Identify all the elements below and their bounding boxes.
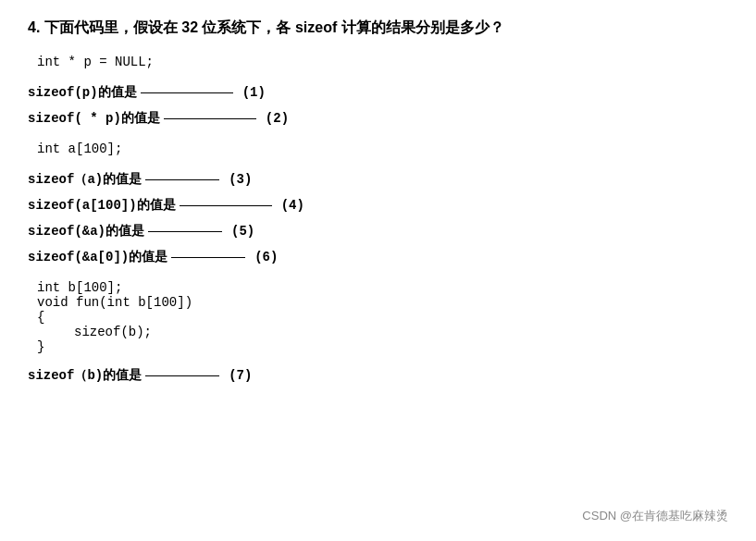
- q3-text: sizeof（a)的值是: [28, 171, 142, 188]
- question-title: 4. 下面代码里，假设在 32 位系统下，各 sizeof 计算的结果分别是多少…: [28, 18, 728, 38]
- q7-text: sizeof（b)的值是: [28, 367, 142, 384]
- code-line-b3: {: [37, 310, 728, 325]
- q2-text: sizeof( * p)的值是: [28, 110, 160, 127]
- q7-num: (7): [229, 368, 252, 383]
- question-line-6: sizeof(&a[0])的值是 (6): [28, 249, 728, 265]
- question-text: 下面代码里，假设在 32 位系统下，各 sizeof 计算的结果分别是多少？: [44, 19, 504, 35]
- code-line-b4: sizeof(b);: [37, 325, 728, 339]
- code-text-2: int a[100];: [37, 141, 122, 156]
- code-block-2: int a[100];: [28, 141, 728, 156]
- code-block-1: int * p = NULL;: [28, 55, 728, 69]
- q2-num: (2): [266, 111, 289, 126]
- q6-num: (6): [254, 250, 278, 264]
- code-line-b5: }: [37, 339, 728, 354]
- q3-num: (3): [229, 172, 252, 187]
- question-number: 4.: [28, 19, 40, 35]
- question-line-1: sizeof(p)的值是 (1): [28, 84, 728, 101]
- question-line-2: sizeof( * p)的值是 (2): [28, 110, 728, 127]
- code-text-1: int * p = NULL;: [37, 55, 154, 69]
- question-line-5: sizeof(&a)的值是 (5): [28, 223, 728, 240]
- q7-blank: [145, 375, 219, 376]
- q2-blank: [164, 118, 256, 119]
- code-block-3: int b[100]; void fun(int b[100]) { sizeo…: [28, 280, 728, 354]
- watermark-text: CSDN @在肯德基吃麻辣烫: [582, 509, 728, 523]
- watermark: CSDN @在肯德基吃麻辣烫: [582, 508, 728, 524]
- q4-num: (4): [281, 198, 304, 213]
- q5-blank: [148, 231, 222, 232]
- question-line-3: sizeof（a)的值是 (3): [28, 171, 728, 188]
- q6-text: sizeof(&a[0])的值是: [28, 249, 167, 265]
- q1-num: (1): [242, 85, 266, 100]
- question-line-7: sizeof（b)的值是 (7): [28, 367, 728, 384]
- q1-text: sizeof(p)的值是: [28, 84, 137, 101]
- code-line-b1: int b[100];: [37, 280, 728, 295]
- q1-blank: [141, 92, 233, 93]
- q5-text: sizeof(&a)的值是: [28, 223, 144, 240]
- q4-text: sizeof(a[100])的值是: [28, 197, 176, 214]
- q3-blank: [145, 179, 219, 180]
- question-line-4: sizeof(a[100])的值是 (4): [28, 197, 728, 214]
- page-container: 4. 下面代码里，假设在 32 位系统下，各 sizeof 计算的结果分别是多少…: [0, 0, 756, 541]
- q6-blank: [171, 257, 245, 258]
- code-line-b2: void fun(int b[100]): [37, 295, 728, 310]
- q5-num: (5): [231, 224, 254, 239]
- q4-blank: [180, 205, 272, 206]
